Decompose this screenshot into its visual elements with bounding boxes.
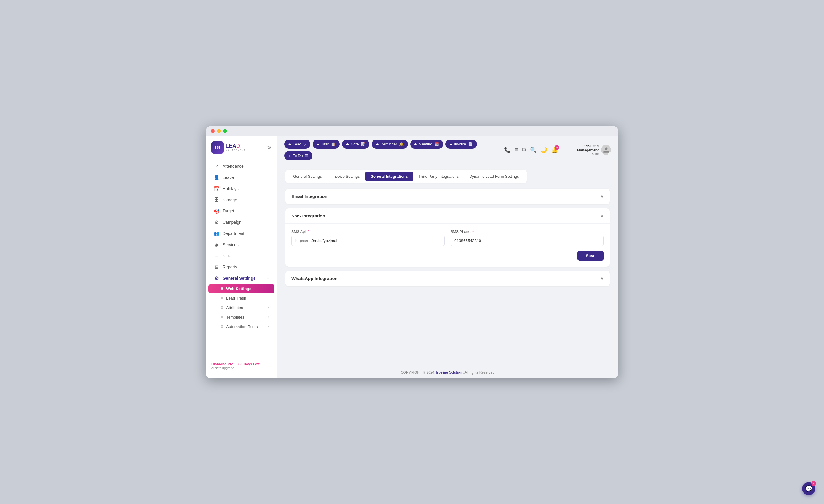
sub-circle-icon	[221, 316, 223, 318]
maximize-dot[interactable]	[223, 129, 227, 133]
app-window: 365 LEAD MANAGEMENT ⚙ ✓ Attendance ›	[206, 126, 618, 378]
whatsapp-integration-card: WhatsApp Integration ∧	[286, 271, 610, 286]
sms-phone-input[interactable]	[450, 236, 604, 246]
logo-management: MANAGEMENT	[225, 149, 245, 152]
lead-button[interactable]: + Lead ▽	[284, 140, 310, 149]
note-button[interactable]: + Note 📝	[342, 140, 369, 149]
sidebar-sub-templates[interactable]: Templates ›	[208, 312, 275, 322]
online-indicator	[608, 152, 611, 155]
sidebar-label-general-settings: General Settings	[223, 276, 255, 281]
avatar[interactable]	[601, 145, 611, 155]
sub-circle-icon	[221, 287, 223, 290]
sidebar-label-leave: Leave	[223, 175, 234, 180]
arrow-icon: ›	[268, 315, 269, 319]
sub-circle-icon	[221, 297, 223, 299]
plus-icon: +	[376, 142, 379, 147]
attendance-icon: ✓	[214, 163, 220, 169]
sidebar-item-campaign[interactable]: ⚙ Campaign	[208, 217, 275, 228]
sidebar-sub-automation-rules[interactable]: Automation Rules ›	[208, 322, 275, 331]
page-footer: COPYRIGHT © 2024 Trueline Solution , All…	[277, 367, 618, 378]
todo-button[interactable]: + To Do ☰	[284, 151, 312, 160]
sidebar-item-storage[interactable]: 🗄 Storage	[208, 195, 275, 205]
moon-icon[interactable]: 🌙	[541, 147, 547, 153]
user-name: 365 Lead Management	[562, 144, 599, 152]
collapse-icon: ∧	[600, 194, 604, 199]
logo-icon: 365	[211, 141, 224, 154]
minimize-dot[interactable]	[217, 129, 221, 133]
sidebar-item-leave[interactable]: 👤 Leave ›	[208, 172, 275, 183]
sidebar-label-services: Services	[223, 242, 238, 247]
lead-filter-icon: ▽	[303, 142, 306, 146]
save-button[interactable]: Save	[578, 251, 604, 261]
email-integration-header[interactable]: Email Integration ∧	[286, 189, 610, 204]
reminder-btn-label: Reminder	[380, 142, 397, 146]
copy-icon[interactable]: ⧉	[522, 147, 526, 153]
task-button[interactable]: + Task 📋	[313, 140, 340, 149]
plan-label: Diamond Pro : 330 Days Left	[211, 362, 272, 366]
sms-api-input[interactable]	[291, 236, 444, 246]
search-icon[interactable]: 🔍	[530, 147, 536, 153]
chat-bubble[interactable]: 💬 3	[802, 482, 815, 495]
chat-icon: 💬	[805, 485, 812, 492]
target-icon: 🎯	[214, 208, 220, 214]
tab-general-settings[interactable]: General Settings	[288, 172, 327, 181]
footer-rights: , All rights Reserved	[463, 370, 494, 375]
save-row: Save	[291, 251, 604, 261]
sidebar-item-department[interactable]: 👥 Department	[208, 228, 275, 239]
sidebar-item-holidays[interactable]: 📅 Holidays	[208, 183, 275, 195]
invoice-icon: 📄	[468, 142, 473, 146]
email-integration-title: Email Integration	[291, 194, 327, 199]
tab-general-integrations[interactable]: General Integrations	[365, 172, 413, 181]
sidebar-label-sop: SOP	[223, 254, 231, 258]
whatsapp-integration-title: WhatsApp Integration	[291, 276, 338, 281]
sidebar-sub-web-settings[interactable]: Web Settings	[208, 284, 275, 293]
close-dot[interactable]	[211, 129, 215, 133]
sms-api-label: SMS Api: *	[291, 230, 444, 234]
sidebar-label-department: Department	[223, 231, 244, 236]
user-info[interactable]: 365 Lead Management Store	[562, 144, 611, 155]
arrow-icon: ›	[268, 176, 269, 179]
tab-invoice-settings[interactable]: Invoice Settings	[327, 172, 365, 181]
meeting-icon: 📅	[434, 142, 439, 146]
logo-lead: LEAD	[225, 143, 245, 149]
tab-dynamic-lead-form[interactable]: Dynamic Lead Form Settings	[464, 172, 524, 181]
required-marker: *	[308, 230, 309, 234]
meeting-button[interactable]: + Meeting 📅	[410, 140, 443, 149]
notification-bell[interactable]: 🔔 4	[551, 147, 558, 153]
sidebar-item-target[interactable]: 🎯 Target	[208, 206, 275, 217]
collapse-icon: ∧	[600, 275, 604, 281]
sidebar-logo: 365 LEAD MANAGEMENT ⚙	[206, 136, 277, 158]
reports-icon: ⊞	[214, 264, 220, 270]
sms-integration-title: SMS Integration	[291, 213, 325, 218]
sidebar-footer[interactable]: Diamond Pro : 330 Days Left click to upg…	[206, 359, 277, 373]
plus-icon: +	[288, 153, 291, 158]
settings-icon[interactable]: ⚙	[267, 144, 272, 151]
services-icon: ◉	[214, 242, 220, 248]
storage-icon: 🗄	[214, 197, 220, 203]
reminder-button[interactable]: + Reminder 🔔	[372, 140, 408, 149]
tab-third-party-integrations[interactable]: Third Party Integrations	[413, 172, 464, 181]
logo-text: LEAD MANAGEMENT	[225, 143, 245, 152]
sidebar-item-services[interactable]: ◉ Services	[208, 239, 275, 250]
sidebar-sub-lead-trash[interactable]: Lead Trash	[208, 294, 275, 303]
list-icon[interactable]: ≡	[515, 147, 518, 153]
whatsapp-integration-header[interactable]: WhatsApp Integration ∧	[286, 271, 610, 286]
sidebar-item-attendance[interactable]: ✓ Attendance ›	[208, 161, 275, 172]
invoice-button[interactable]: + Invoice 📄	[445, 140, 477, 149]
task-btn-label: Task	[321, 142, 329, 146]
email-integration-card: Email Integration ∧	[286, 189, 610, 204]
sidebar-item-general-settings[interactable]: ⚙ General Settings ⌄	[208, 273, 275, 284]
footer-copyright: COPYRIGHT © 2024	[401, 370, 434, 375]
phone-icon[interactable]: 📞	[504, 147, 511, 153]
sidebar-label-campaign: Campaign	[223, 220, 241, 225]
todo-btn-label: To Do	[293, 153, 303, 158]
sidebar-item-reports[interactable]: ⊞ Reports	[208, 262, 275, 273]
titlebar	[206, 126, 618, 136]
topbar-right: 📞 ≡ ⧉ 🔍 🌙 🔔 4 365 Lead Management Store	[504, 144, 611, 155]
footer-company-link[interactable]: Trueline Solution	[435, 370, 462, 375]
sidebar-label-reports: Reports	[223, 265, 237, 269]
sms-integration-header[interactable]: SMS Integration ∨	[286, 208, 610, 224]
plus-icon: +	[450, 142, 452, 147]
sidebar-sub-attributes[interactable]: Attributes ›	[208, 303, 275, 312]
sidebar-item-sop[interactable]: ≡ SOP	[208, 251, 275, 261]
